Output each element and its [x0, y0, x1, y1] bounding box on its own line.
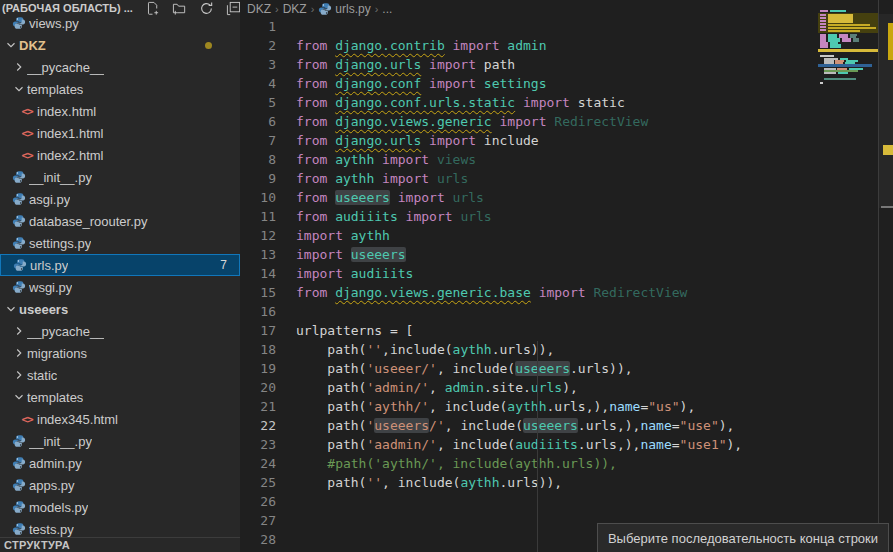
code-token[interactable]: useeers [335, 190, 390, 205]
code-line-19[interactable]: 19 path('useeer/', include(useeers.urls)… [240, 359, 818, 378]
code-token[interactable]: , [429, 380, 445, 395]
code-token[interactable]: urls [531, 380, 562, 395]
line-number[interactable]: 8 [240, 150, 276, 169]
line-number[interactable]: 28 [240, 530, 276, 549]
code-token[interactable]: audiiits [515, 437, 578, 452]
code-token[interactable]: useeers [523, 418, 578, 433]
minimap[interactable] [818, 0, 878, 552]
overview-ruler-scrollbar[interactable] [878, 0, 893, 552]
code-token[interactable]: aythh [335, 171, 374, 186]
refresh-button[interactable] [199, 0, 215, 16]
code-token[interactable]: urls [437, 171, 468, 186]
code-token[interactable]: audiiits [335, 209, 398, 224]
tree-item--pycache-[interactable]: __pycache__ [0, 320, 240, 342]
line-number[interactable]: 25 [240, 473, 276, 492]
tree-item--pycache-[interactable]: __pycache__ [0, 56, 240, 78]
tree-item-index2-html[interactable]: <> index2.html [0, 144, 240, 166]
tree-item-admin-py[interactable]: admin.py [0, 452, 240, 474]
code-token[interactable]: django.contrib [335, 38, 445, 53]
code-token[interactable]: admin [507, 38, 546, 53]
outline-section-header[interactable]: СТРУКТУРА [0, 537, 240, 552]
code-token[interactable]: from [296, 38, 335, 53]
new-folder-button[interactable] [172, 0, 188, 16]
code-token[interactable]: settings [484, 76, 547, 91]
tree-item-static[interactable]: static [0, 364, 240, 386]
code-token[interactable]: useeers [515, 361, 570, 376]
code-line-25[interactable]: 25 path('', include(aythh.urls)), [240, 473, 818, 492]
line-number[interactable]: 7 [240, 131, 276, 150]
code-token[interactable]: 'aadmin/' [366, 437, 436, 452]
code-token[interactable]: django.views.generic [335, 114, 492, 129]
new-file-button[interactable] [145, 0, 161, 16]
workspace-section-header[interactable]: (РАБОЧАЯ ОБЛАСТЬ) ... [0, 0, 240, 16]
code-token[interactable]: from [296, 152, 335, 167]
line-number[interactable]: 9 [240, 169, 276, 188]
code-line-1[interactable]: 1 [240, 17, 818, 36]
line-number[interactable]: 26 [240, 492, 276, 511]
code-token[interactable]: audiiits [351, 266, 414, 281]
code-token[interactable]: .urls)), [570, 361, 633, 376]
code-line-6[interactable]: 6 from django.views.generic import Redir… [240, 112, 818, 131]
tree-item--init-py[interactable]: __init__.py [0, 166, 240, 188]
tree-item-apps-py[interactable]: apps.py [0, 474, 240, 496]
line-number[interactable]: 18 [240, 340, 276, 359]
tree-item-settings-py[interactable]: settings.py [0, 232, 240, 254]
code-token[interactable]: '' [366, 475, 382, 490]
tree-item-database-roouter-py[interactable]: database_roouter.py [0, 210, 240, 232]
code-token[interactable]: .urls,), [578, 418, 641, 433]
code-line-3[interactable]: 3 from django.urls import path [240, 55, 818, 74]
tree-item-urls-py[interactable]: urls.py 7 [0, 254, 240, 276]
code-token[interactable]: path [484, 57, 515, 72]
tree-item-index-html[interactable]: <> index.html [0, 100, 240, 122]
tree-item-index345-html[interactable]: <> index345.html [0, 408, 240, 430]
code-line-7[interactable]: 7 from django.urls import include [240, 131, 818, 150]
code-token[interactable]: import [374, 152, 437, 167]
code-token[interactable]: = [672, 418, 680, 433]
code-token[interactable]: from [296, 133, 335, 148]
code-line-8[interactable]: 8 from aythh import views [240, 150, 818, 169]
collapse-all-button[interactable] [226, 0, 240, 16]
code-token[interactable]: from [296, 209, 335, 224]
code-token[interactable]: import [398, 209, 461, 224]
code-line-4[interactable]: 4 from django.conf import settings [240, 74, 818, 93]
code-token[interactable]: /' [429, 418, 445, 433]
code-token[interactable]: django.conf.urls.static [335, 95, 515, 110]
code-line-23[interactable]: 23 path('aadmin/', include(audiiits.urls… [240, 435, 818, 454]
code-token[interactable]: , include( [437, 437, 515, 452]
code-token[interactable]: name [609, 399, 640, 414]
code-token[interactable]: useeers [374, 418, 429, 433]
code-line-26[interactable]: 26 [240, 492, 818, 511]
code-token[interactable]: ), [562, 380, 578, 395]
code-line-13[interactable]: 13 import useeers [240, 245, 818, 264]
line-number[interactable]: 10 [240, 188, 276, 207]
code-token[interactable]: import [296, 247, 351, 262]
code-token[interactable]: from [296, 95, 335, 110]
code-token[interactable]: = [672, 437, 680, 452]
code-token[interactable]: aythh [460, 475, 499, 490]
line-number[interactable]: 3 [240, 55, 276, 74]
breadcrumb-item[interactable]: DKZ [247, 2, 271, 16]
tree-item-migrations[interactable]: migrations [0, 342, 240, 364]
code-line-15[interactable]: 15 from django.views.generic.base import… [240, 283, 818, 302]
code-token[interactable]: "use1" [680, 437, 727, 452]
line-number[interactable]: 24 [240, 454, 276, 473]
code-token[interactable]: ,include( [382, 342, 452, 357]
code-token[interactable]: from [296, 190, 335, 205]
code-token[interactable]: import [492, 114, 555, 129]
code-line-16[interactable]: 16 [240, 302, 818, 321]
code-line-2[interactable]: 2 from django.contrib import admin [240, 36, 818, 55]
code-token[interactable]: import [296, 266, 351, 281]
line-number[interactable]: 14 [240, 264, 276, 283]
code-line-24[interactable]: 24 #path('aythh/', include(aythh.urls)), [240, 454, 818, 473]
code-token[interactable]: import [374, 171, 437, 186]
code-token[interactable]: aythh [351, 228, 390, 243]
code-line-5[interactable]: 5 from django.conf.urls.static import st… [240, 93, 818, 112]
code-token[interactable]: path( [296, 380, 366, 395]
tree-item--init-py[interactable]: __init__.py [0, 430, 240, 452]
code-token[interactable]: import [421, 57, 484, 72]
code-token[interactable]: 'aythh/' [366, 399, 429, 414]
code-token[interactable]: , include( [382, 475, 460, 490]
code-token[interactable]: import [531, 285, 594, 300]
line-number[interactable]: 12 [240, 226, 276, 245]
code-token[interactable]: path( [296, 475, 366, 490]
